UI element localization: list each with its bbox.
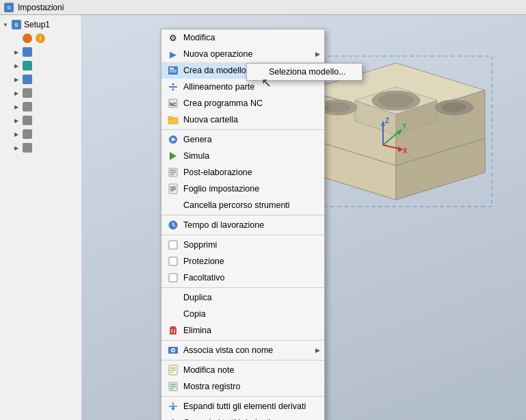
- tree-panel: S Setup1 ▶ !: [0, 15, 82, 420]
- menu-item-facoltativo[interactable]: Facoltativo: [161, 270, 324, 286]
- checkbox-icon-1: [167, 239, 179, 251]
- svg-marker-34: [172, 88, 174, 90]
- checkbox-icon-3: [167, 272, 179, 284]
- tree-arrow-1: ▶: [12, 34, 21, 42]
- menu-item-genera[interactable]: Genera: [161, 131, 324, 148]
- registro-icon: [167, 380, 179, 393]
- menu-item-elimina[interactable]: Elimina: [161, 322, 324, 339]
- tree-item-9[interactable]: [0, 141, 81, 155]
- menu-item-simula[interactable]: Simula: [161, 148, 324, 164]
- menu-item-foglio[interactable]: Foglio impostazione: [161, 181, 324, 197]
- axis-svg: Z Y X: [369, 118, 407, 155]
- menu-item-sopprimi[interactable]: Sopprimi: [161, 237, 324, 253]
- separator-1: [161, 129, 324, 130]
- tree-arrow-2[interactable]: [12, 48, 21, 56]
- menu-label-modifica: Modifica: [183, 33, 215, 42]
- menu-label-crea-da-modello: Crea da modello: [183, 66, 246, 75]
- menu-item-programma-nc[interactable]: NC Crea programma NC: [161, 95, 324, 111]
- menu-item-comprimi[interactable]: Comprimi tutti i derivati: [161, 415, 324, 420]
- tree-arrow-5[interactable]: [12, 89, 21, 97]
- menu-label-allineamento: Allineamento parte: [183, 82, 254, 92]
- menu-label-simula: Simula: [183, 151, 209, 161]
- menu-label-tempo: Tempo di lavorazione: [183, 220, 264, 230]
- menu-label-elimina: Elimina: [183, 326, 211, 335]
- espandi-icon: [167, 400, 179, 412]
- tree-item-5[interactable]: [0, 86, 81, 100]
- setup1-label: Setup1: [24, 20, 50, 29]
- seleziona-icon: [252, 66, 265, 78]
- tree-arrow-6[interactable]: [12, 103, 21, 111]
- svg-rect-38: [168, 116, 172, 119]
- tree-item-6[interactable]: [0, 100, 81, 114]
- op-icon-2: [22, 47, 33, 57]
- menu-label-facoltativo: Facoltativo: [183, 273, 224, 283]
- svg-rect-55: [169, 257, 177, 265]
- copia-icon: [167, 308, 179, 320]
- svg-rect-56: [169, 274, 177, 282]
- menu-item-cartella[interactable]: Nuova cartella: [161, 111, 324, 128]
- menu-label-nc: Crea programma NC: [183, 99, 263, 108]
- duplica-icon: [167, 291, 179, 304]
- separator-5: [161, 340, 324, 341]
- op-icon-5: [22, 88, 33, 99]
- title-bar: ≡ Impostazioni: [0, 0, 526, 15]
- menu-item-modifica-note[interactable]: Modifica note: [161, 362, 324, 378]
- op-icon-1: [22, 33, 33, 44]
- menu-item-cancella[interactable]: Cancella percorso strumenti: [161, 197, 324, 213]
- nc-icon: NC: [167, 97, 179, 109]
- menu-item-allineamento[interactable]: Allineamento parte: [161, 79, 324, 95]
- menu-item-modifica[interactable]: ⚙ Modifica: [161, 29, 324, 46]
- tree-arrow-4[interactable]: [12, 75, 21, 83]
- menu-label-modifica-note: Modifica note: [183, 365, 234, 375]
- menu-label-post: Post-elaborazione: [183, 168, 252, 177]
- menu-item-duplica[interactable]: Duplica: [161, 289, 324, 306]
- menu-label-protezione: Protezione: [183, 257, 224, 266]
- menu-item-mostra-registro[interactable]: Mostra registro: [161, 378, 324, 395]
- menu-label-nuova-operazione: Nuova operazione: [183, 49, 252, 59]
- op-icon-6: [22, 101, 33, 112]
- svg-text:NC: NC: [170, 102, 176, 107]
- tree-item-8[interactable]: [0, 127, 81, 141]
- op-icon-7: [22, 115, 33, 126]
- separator-6: [161, 360, 324, 360]
- svg-rect-57: [170, 326, 176, 328]
- submenu-crea-modello: Seleziona modello...: [246, 63, 363, 81]
- tree-item-4[interactable]: [0, 73, 81, 86]
- menu-item-copia[interactable]: Copia: [161, 306, 324, 322]
- menu-item-nuova-operazione[interactable]: ▶ Nuova operazione: [161, 46, 324, 62]
- svg-point-63: [172, 350, 174, 352]
- menu-label-espandi: Espandi tutti gli elementi derivati: [183, 402, 306, 411]
- tree-arrow-8[interactable]: [12, 130, 21, 138]
- menu-label-foglio: Foglio impostazione: [183, 184, 259, 194]
- separator-4: [161, 287, 324, 288]
- menu-label-sopprimi: Sopprimi: [183, 240, 217, 250]
- note-icon: [167, 364, 179, 376]
- tree-item-7[interactable]: [0, 114, 81, 127]
- menu-item-espandi[interactable]: Espandi tutti gli elementi derivati: [161, 398, 324, 415]
- op-icon-3: [22, 60, 33, 71]
- svg-marker-41: [170, 152, 176, 160]
- comprimi-icon: [167, 417, 179, 420]
- tree-arrow-3[interactable]: [12, 62, 21, 70]
- menu-item-post[interactable]: Post-elaborazione: [161, 164, 324, 181]
- folder-icon: [167, 114, 179, 126]
- tree-arrow-9[interactable]: [12, 144, 21, 152]
- main-area: S Setup1 ▶ !: [0, 15, 526, 420]
- op-icon-4: [22, 74, 33, 85]
- tree-item-2[interactable]: [0, 45, 81, 59]
- tree-arrow-expand[interactable]: [1, 21, 10, 29]
- foglio-icon: [167, 183, 179, 195]
- tree-arrow-7[interactable]: [12, 116, 21, 124]
- menu-label-associa-vista: Associa vista con nome: [183, 345, 273, 355]
- tree-item-3[interactable]: [0, 59, 81, 73]
- tree-item-1[interactable]: ▶ !: [0, 31, 81, 45]
- menu-label-cartella: Nuova cartella: [183, 115, 238, 124]
- submenu-label-seleziona: Seleziona modello...: [269, 67, 346, 77]
- menu-item-protezione[interactable]: Protezione: [161, 253, 324, 270]
- submenu-item-seleziona-modello[interactable]: Seleziona modello...: [247, 64, 362, 80]
- menu-item-tempo[interactable]: Tempo di lavorazione: [161, 217, 324, 233]
- menu-item-associa-vista[interactable]: Associa vista con nome: [161, 342, 324, 358]
- tree-item-setup1[interactable]: S Setup1: [0, 18, 81, 31]
- checkbox-icon-2: [167, 255, 179, 267]
- svg-rect-32: [169, 86, 177, 88]
